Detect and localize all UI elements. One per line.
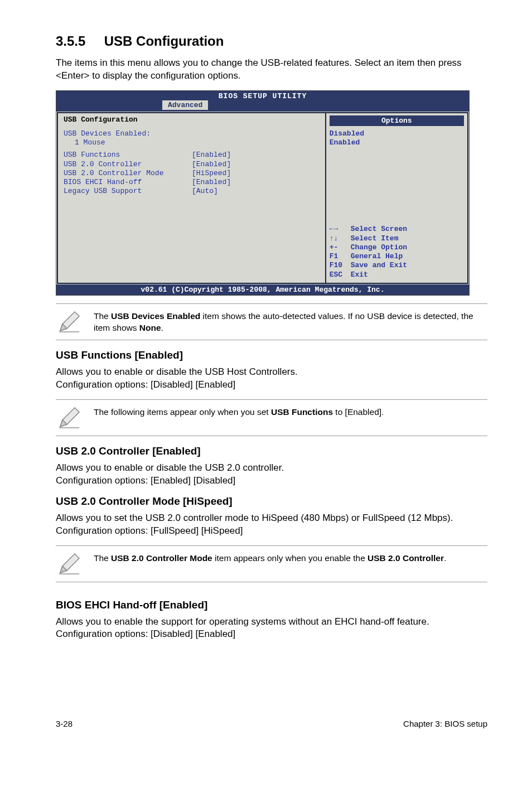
bios-options-list: Disabled Enabled <box>330 129 464 148</box>
bios-tabbar: Advanced <box>56 100 469 112</box>
bios-right-panel: Options Disabled Enabled ←→Select Screen… <box>326 112 468 284</box>
note-block: The USB Devices Enabled item shows the a… <box>56 303 487 340</box>
bios-left-title: USB Configuration <box>64 115 320 124</box>
section-title: 3.5.5 USB Configuration <box>56 33 487 49</box>
usb-functions-heading: USB Functions [Enabled] <box>56 349 487 361</box>
usb20mode-line2: Configuration options: [FullSpeed] [HiSp… <box>56 525 487 538</box>
bios-row: USB 2.0 Controller[Enabled] <box>64 160 320 169</box>
pencil-icon <box>56 550 83 577</box>
note-text: The following items appear only when you… <box>94 404 487 418</box>
bios-devices-value: 1 Mouse <box>64 138 320 147</box>
section-number: 3.5.5 <box>56 33 85 49</box>
bios-tab-advanced: Advanced <box>162 100 208 110</box>
usb20-line2: Configuration options: [Enabled] [Disabl… <box>56 475 487 487</box>
bios-left-panel: USB Configuration USB Devices Enabled: 1… <box>57 112 326 284</box>
page-number: 3-28 <box>56 719 72 728</box>
pencil-icon <box>56 404 83 431</box>
bios-options-header: Options <box>330 115 464 126</box>
intro-paragraph: The items in this menu allows you to cha… <box>56 57 487 83</box>
ehci-line1: Allows you to enable the support for ope… <box>56 616 487 629</box>
pencil-icon <box>56 308 83 335</box>
usb20-heading: USB 2.0 Controller [Enabled] <box>56 445 487 457</box>
ehci-line2: Configuration options: [Disabled] [Enabl… <box>56 628 487 641</box>
bios-screenshot: BIOS SETUP UTILITY Advanced USB Configur… <box>56 90 470 296</box>
usb-functions-line2: Configuration options: [Disabled] [Enabl… <box>56 379 487 392</box>
bios-nav: ←→Select Screen ↑↓Select Item +-Change O… <box>330 225 464 279</box>
note-block: The following items appear only when you… <box>56 399 487 436</box>
ehci-heading: BIOS EHCI Hand-off [Enabled] <box>56 599 487 611</box>
usb20mode-line1: Allows you to set the USB 2.0 controller… <box>56 512 487 525</box>
usb20-line1: Allows you to enable or disable the USB … <box>56 462 487 475</box>
usb-functions-line1: Allows you to enable or disable the USB … <box>56 366 487 379</box>
usb20mode-heading: USB 2.0 Controller Mode [HiSpeed] <box>56 495 487 508</box>
bios-option: Enabled <box>330 138 464 147</box>
page-footer: 3-28 Chapter 3: BIOS setup <box>56 719 487 728</box>
bios-option: Disabled <box>330 129 464 138</box>
section-heading: USB Configuration <box>104 33 224 49</box>
bios-row: USB Functions[Enabled] <box>64 151 320 160</box>
bios-footer: v02.61 (C)Copyright 1985-2008, American … <box>56 284 469 295</box>
bios-row: BIOS EHCI Hand-off[Enabled] <box>64 178 320 187</box>
chapter-label: Chapter 3: BIOS setup <box>403 719 487 728</box>
bios-title: BIOS SETUP UTILITY <box>56 91 469 100</box>
bios-row: Legacy USB Support[Auto] <box>64 187 320 196</box>
note-text: The USB 2.0 Controller Mode item appears… <box>94 550 487 564</box>
bios-row: USB 2.0 Controller Mode[HiSpeed] <box>64 169 320 178</box>
bios-devices-label: USB Devices Enabled: <box>64 129 320 138</box>
note-block: The USB 2.0 Controller Mode item appears… <box>56 545 487 582</box>
note-text: The USB Devices Enabled item shows the a… <box>94 308 487 334</box>
